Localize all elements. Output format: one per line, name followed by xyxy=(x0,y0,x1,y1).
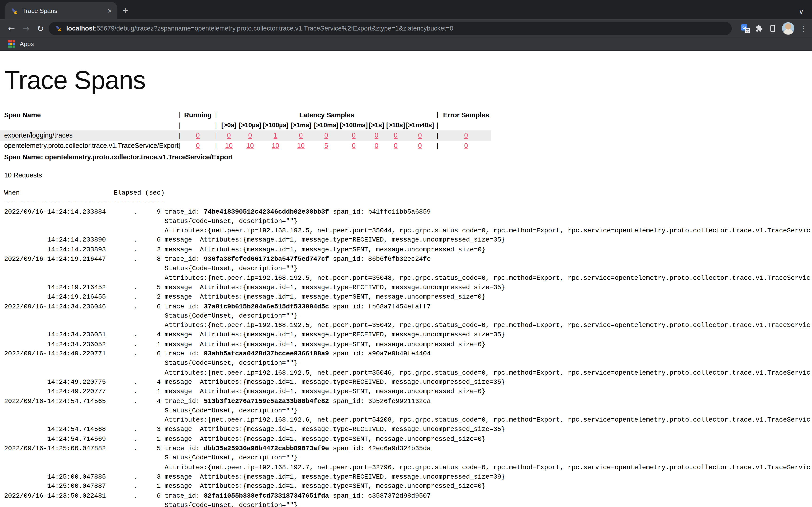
col-header-span-name: Span Name xyxy=(0,111,176,119)
log-header-row: When Elapsed (sec) xyxy=(4,188,812,198)
url-bar[interactable]: localhost:55679/debug/tracez?zspanname=o… xyxy=(49,22,732,35)
latency-count-cell: 10 xyxy=(289,142,313,149)
latency-bucket-label: [>10ms] xyxy=(313,122,340,129)
otel-favicon xyxy=(55,25,62,32)
col-header-running: Running xyxy=(183,111,212,119)
latency-count-cell: 10 xyxy=(238,142,262,149)
latency-bucket-label: [>10µs] xyxy=(238,122,262,129)
latency-bucket-label: [>100ms] xyxy=(340,122,368,129)
latency-count-cell: 1 xyxy=(262,131,289,139)
log-entry-attributes-row: Attributes:{net.peer.ip=192.168.192.5, n… xyxy=(4,274,812,283)
latency-bucket-label: [>100µs] xyxy=(262,122,289,129)
latency-count-cell: 10 xyxy=(220,142,238,149)
extensions-puzzle-icon[interactable] xyxy=(755,24,763,33)
log-entry-status-row: Status{Code=Unset, description=""} xyxy=(4,406,812,415)
log-entry-span-row: 2022/09/16-14:24:19.216447 . 8 trace_id:… xyxy=(4,255,812,264)
tab-close-icon[interactable]: × xyxy=(108,7,112,14)
latency-count-cell: 0 xyxy=(406,142,434,149)
latency-count-link[interactable]: 10 xyxy=(272,142,280,149)
latency-count-cell: 0 xyxy=(385,142,406,149)
column-separator: | xyxy=(176,142,183,149)
latency-count-link[interactable]: 0 xyxy=(394,131,398,139)
column-separator: | xyxy=(434,122,441,129)
column-separator: | xyxy=(212,142,220,149)
error-count-cell: 0 xyxy=(441,142,491,149)
latency-count-link[interactable]: 0 xyxy=(227,131,231,139)
latency-count-cell: 5 xyxy=(313,142,340,149)
column-separator: | xyxy=(176,111,183,119)
latency-count-link[interactable]: 10 xyxy=(225,142,233,149)
running-count-link[interactable]: 0 xyxy=(196,131,200,139)
chrome-menu-kebab-icon[interactable]: ⋮ xyxy=(800,24,807,33)
latency-count-link[interactable]: 5 xyxy=(324,142,328,149)
profile-avatar[interactable] xyxy=(782,22,794,35)
latency-count-link[interactable]: 10 xyxy=(247,142,254,149)
column-separator: | xyxy=(176,122,183,129)
tracez-page: Trace Spans Span Name|Running|Latency Sa… xyxy=(0,51,812,507)
latency-count-link[interactable]: 0 xyxy=(248,131,252,139)
column-separator: | xyxy=(212,132,220,139)
log-entry-status-row: Status{Code=Unset, description=""} xyxy=(4,312,812,321)
back-icon[interactable]: ← xyxy=(4,23,19,33)
log-entry-message-row: 14:24:19.216455 . 2 message Attributes:{… xyxy=(4,292,812,302)
latency-count-link[interactable]: 0 xyxy=(374,131,378,139)
latency-count-cell: 0 xyxy=(289,131,313,139)
log-entry-attributes-row: Attributes:{net.peer.ip=192.168.192.6, n… xyxy=(4,415,812,425)
apps-grid-icon xyxy=(8,40,15,48)
side-panel-icon[interactable] xyxy=(768,24,777,33)
log-entry-status-row: Status{Code=Unset, description=""} xyxy=(4,264,812,274)
browser-toolbar: ← → ↻ localhost:55679/debug/tracez?zspan… xyxy=(0,20,812,37)
tab-strip: Trace Spans × + ∨ xyxy=(0,0,812,20)
latency-count-link[interactable]: 10 xyxy=(297,142,305,149)
log-entry-message-row: 14:24:49.220775 . 4 message Attributes:{… xyxy=(4,378,812,387)
bookmarks-bar: Apps xyxy=(0,37,812,51)
log-entry-attributes-row: Attributes:{net.peer.ip=192.168.192.5, n… xyxy=(4,321,812,330)
column-separator: | xyxy=(434,111,441,119)
col-header-latency-samples: Latency Samples xyxy=(220,111,434,119)
latency-count-cell: 0 xyxy=(385,131,406,139)
running-count-cell: 0 xyxy=(183,131,212,139)
latency-count-cell: 0 xyxy=(220,131,238,139)
bookmarks-apps-label[interactable]: Apps xyxy=(20,40,34,48)
reload-icon[interactable]: ↻ xyxy=(33,23,48,33)
latency-bucket-label: [>1s] xyxy=(368,122,385,129)
latency-count-link[interactable]: 0 xyxy=(352,142,355,149)
log-entry-span-row: 2022/09/16-14:24:14.233884 . 9 trace_id:… xyxy=(4,207,812,217)
latency-count-link[interactable]: 0 xyxy=(299,131,303,139)
latency-count-link[interactable]: 0 xyxy=(324,131,328,139)
error-count-link[interactable]: 0 xyxy=(464,142,468,149)
new-tab-icon[interactable]: + xyxy=(122,5,128,17)
log-entry-status-row: Status{Code=Unset, description=""} xyxy=(4,359,812,368)
latency-count-link[interactable]: 0 xyxy=(394,142,398,149)
span-name-cell: opentelemetry.proto.collector.trace.v1.T… xyxy=(0,142,176,149)
column-separator: | xyxy=(212,111,220,119)
latency-count-link[interactable]: 0 xyxy=(374,142,378,149)
col-header-error-samples: Error Samples xyxy=(441,111,491,119)
selected-span-name-line: Span Name: opentelemetry.proto.collector… xyxy=(4,153,812,161)
log-entry-span-row: 2022/09/16-14:23:50.022481 . 6 trace_id:… xyxy=(4,491,812,501)
request-log: When Elapsed (sec)----------------------… xyxy=(4,188,812,507)
otel-favicon xyxy=(10,7,18,15)
latency-count-link[interactable]: 0 xyxy=(418,142,422,149)
latency-count-cell: 0 xyxy=(406,131,434,139)
running-count-link[interactable]: 0 xyxy=(196,142,200,149)
latency-count-link[interactable]: 0 xyxy=(418,131,422,139)
request-count-line: 10 Requests xyxy=(4,171,812,180)
latency-count-cell: 0 xyxy=(368,142,385,149)
log-entry-message-row: 14:25:00.047887 . 1 message Attributes:{… xyxy=(4,482,812,491)
latency-count-cell: 0 xyxy=(340,142,368,149)
log-entry-message-row: 14:24:14.233890 . 6 message Attributes:{… xyxy=(4,236,812,245)
tab-trace-spans[interactable]: Trace Spans × xyxy=(5,2,117,20)
translate-extension-icon[interactable]: G文 xyxy=(741,24,750,33)
span-summary-row: opentelemetry.proto.collector.trace.v1.T… xyxy=(0,140,491,151)
latency-count-link[interactable]: 0 xyxy=(352,131,355,139)
tab-search-chevron-icon[interactable]: ∨ xyxy=(799,8,804,15)
error-count-link[interactable]: 0 xyxy=(464,131,468,139)
latency-count-link[interactable]: 1 xyxy=(274,131,277,139)
latency-bucket-label: [>1ms] xyxy=(289,122,313,129)
running-count-cell: 0 xyxy=(183,142,212,149)
latency-bucket-label: [>1m40s] xyxy=(406,122,434,129)
log-entry-message-row: 14:24:14.233893 . 2 message Attributes:{… xyxy=(4,245,812,255)
forward-icon[interactable]: → xyxy=(18,23,33,33)
span-name-cell: exporter/logging/traces xyxy=(0,131,176,139)
